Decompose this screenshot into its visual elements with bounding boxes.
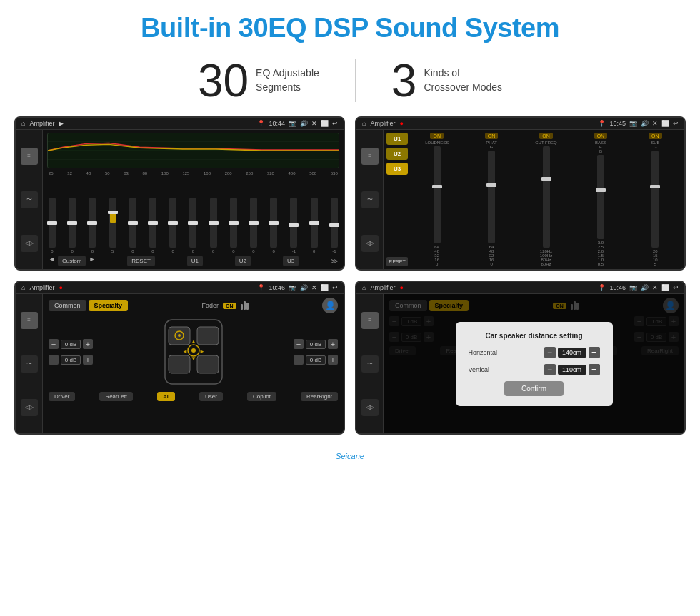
vertical-plus-btn[interactable]: + [589,364,600,375]
copilot-select-btn[interactable]: Copilot [247,392,276,401]
home-icon-4[interactable]: ⌂ [362,284,366,291]
all-select-btn[interactable]: All [157,392,175,401]
left-arrow-icon[interactable]: ◄ [49,256,55,266]
expand-icon[interactable]: ≫ [331,257,338,265]
home-icon-2[interactable]: ⌂ [362,120,366,127]
back-icon[interactable]: ↩ [332,120,338,127]
eq-slider-11[interactable]: 0 [270,198,277,253]
eq-nav-arrows[interactable]: ◄ Custom ► [49,256,95,266]
back-icon-2[interactable]: ↩ [673,120,679,127]
sidebar-spec-wave-btn[interactable]: 〜 [21,355,38,373]
camera-icon-3[interactable]: 📷 [289,284,296,291]
eq-sliders[interactable]: 0 0 0 5 0 [47,178,339,253]
close-icon-4[interactable]: ✕ [652,284,658,291]
u1-button[interactable]: U1 [187,256,203,266]
driver-minus-btn[interactable]: − [49,339,59,349]
sidebar-spec-eq-btn[interactable]: ≡ [21,312,38,329]
eq-freq-labels: 2532405063 80100125160200 25032040050063… [47,171,339,176]
window-icon[interactable]: ⬜ [321,120,329,127]
specialty-tab[interactable]: Specialty [89,300,129,311]
u3-button[interactable]: U3 [283,256,299,266]
horizontal-value: 140cm [558,348,586,358]
fader-on-badge[interactable]: ON [223,303,236,309]
close-icon[interactable]: ✕ [311,120,317,127]
common-tab[interactable]: Common [49,300,86,311]
window-icon-3[interactable]: ⬜ [321,284,329,291]
eq-slider-12[interactable]: -1 [290,198,297,253]
camera-icon-2[interactable]: 📷 [629,120,637,127]
eq-slider-8[interactable]: 0 [210,198,217,253]
u3-preset-btn[interactable]: U3 [386,163,408,175]
rearright-plus-btn[interactable]: + [328,355,338,365]
eq-slider-1[interactable]: 0 [69,198,76,253]
sidebar-vol-btn[interactable]: ◁▷ [21,235,38,252]
volume-icon-2[interactable]: 🔊 [641,120,649,127]
sidebar-dialog-wave-btn[interactable]: 〜 [361,355,379,373]
close-icon-2[interactable]: ✕ [652,120,658,127]
driver-plus-btn[interactable]: + [83,339,93,349]
sidebar-eq2-wave-btn[interactable]: 〜 [361,191,379,208]
loudness-slider[interactable] [434,146,441,243]
copilot-minus-btn[interactable]: − [294,339,304,349]
rearright-minus-btn[interactable]: − [294,355,304,365]
horizontal-minus-btn[interactable]: − [544,347,556,358]
sidebar-spec-vol-btn[interactable]: ◁▷ [21,399,38,416]
sidebar-eq2-eq-btn[interactable]: ≡ [361,148,379,165]
u1-preset-btn[interactable]: U1 [386,133,408,145]
volume-icon[interactable]: 🔊 [300,120,308,127]
back-icon-3[interactable]: ↩ [332,284,338,291]
eq-slider-5[interactable]: 0 [149,198,156,253]
driver-db-control: − 0 dB + [49,339,93,349]
camera-icon-4[interactable]: 📷 [629,284,637,291]
eq-slider-2[interactable]: 0 [89,198,96,253]
window-icon-2[interactable]: ⬜ [661,120,669,127]
eq-slider-10[interactable]: 0 [250,198,257,253]
phat-slider[interactable] [488,151,495,243]
back-icon-4[interactable]: ↩ [673,284,679,291]
bass-slider[interactable] [597,155,604,239]
confirm-button[interactable]: Confirm [504,381,564,396]
eq-slider-13[interactable]: 0 [311,198,318,253]
sidebar-eq-btn[interactable]: ≡ [21,148,38,165]
avatar-icon[interactable]: 👤 [322,298,338,313]
rearleft-plus-btn[interactable]: + [83,355,93,365]
window-icon-4[interactable]: ⬜ [661,284,669,291]
user-select-btn[interactable]: User [199,392,223,401]
home-icon[interactable]: ⌂ [21,120,25,127]
play-icon[interactable]: ▶ [59,120,64,127]
right-arrow-icon[interactable]: ► [89,256,95,266]
eq-slider-7[interactable]: 0 [189,198,196,253]
driver-db-val: 0 dB [61,340,81,349]
sidebar-eq2-vol-btn[interactable]: ◁▷ [361,235,379,252]
eq-slider-0[interactable]: 0 [49,198,56,253]
eq2-reset-btn[interactable]: RESET [386,257,408,266]
volume-icon-4[interactable]: 🔊 [641,284,649,291]
rearright-select-btn[interactable]: RearRight [301,392,338,401]
eq-slider-4[interactable]: 0 [129,198,136,253]
sidebar-wave-btn[interactable]: 〜 [21,191,38,208]
home-icon-3[interactable]: ⌂ [21,284,25,291]
cutfreq-slider[interactable] [543,146,550,248]
reset-button[interactable]: RESET [127,256,155,266]
u2-preset-btn[interactable]: U2 [386,148,408,160]
copilot-plus-btn[interactable]: + [328,339,338,349]
driver-select-btn[interactable]: Driver [49,392,75,401]
u2-button[interactable]: U2 [235,256,251,266]
sidebar-dialog-vol-btn[interactable]: ◁▷ [361,399,379,416]
eq-slider-9[interactable]: 0 [230,198,237,253]
volume-icon-3[interactable]: 🔊 [300,284,308,291]
horizontal-plus-btn[interactable]: + [589,347,600,358]
sub-slider[interactable] [651,151,659,248]
custom-preset-btn[interactable]: Custom [58,256,86,266]
camera-icon[interactable]: 📷 [289,120,296,127]
close-icon-3[interactable]: ✕ [311,284,317,291]
status-dot-2: ● [399,120,403,127]
eq-slider-14[interactable]: -1 [331,198,338,253]
eq-slider-3[interactable]: 5 [109,198,116,253]
rearleft-select-btn[interactable]: RearLeft [99,392,133,401]
location-icon-2: 📍 [598,120,606,127]
vertical-minus-btn[interactable]: − [544,364,556,375]
sidebar-dialog-eq-btn[interactable]: ≡ [361,312,379,329]
eq-slider-6[interactable]: 0 [169,198,176,253]
rearleft-minus-btn[interactable]: − [49,355,59,365]
